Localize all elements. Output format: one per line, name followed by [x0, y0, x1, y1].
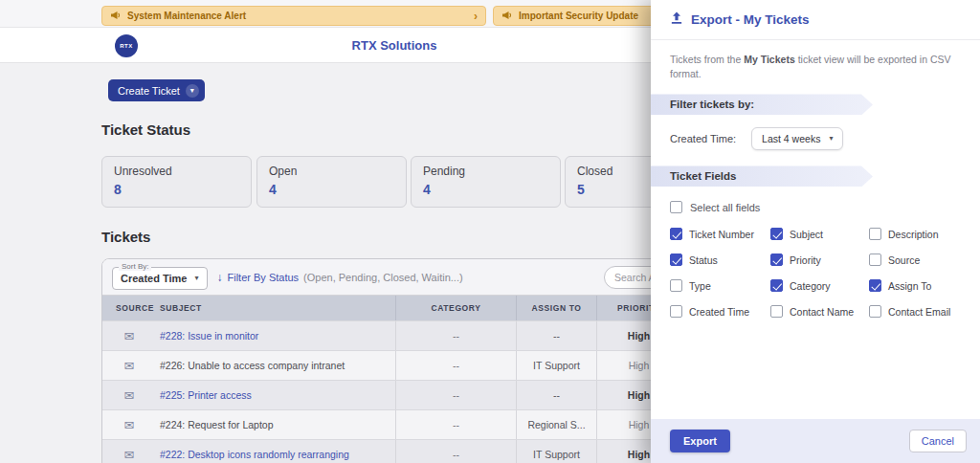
mail-icon: ✉: [102, 388, 156, 403]
field-created-time[interactable]: Created Time: [670, 305, 770, 318]
field-assign-to[interactable]: Assign To: [869, 279, 961, 292]
field-label: Status: [689, 254, 718, 266]
ticket-fields-grid: Ticket Number Subject Description Status…: [670, 228, 961, 318]
ticket-fields-banner: Ticket Fields: [651, 165, 873, 187]
column-header-category[interactable]: CATEGORY: [395, 296, 516, 320]
chevron-down-icon: ▾: [186, 84, 199, 98]
checkbox[interactable]: [869, 305, 881, 318]
ticket-subject-link[interactable]: #222: Desktop icons randomly rearranging: [156, 449, 395, 460]
mail-icon: ✉: [102, 359, 156, 373]
ticket-assign-to: IT Support: [516, 351, 596, 380]
card-label: Pending: [423, 165, 548, 178]
field-category[interactable]: Category: [770, 279, 869, 292]
field-label: Type: [689, 280, 711, 292]
sort-by-dropdown[interactable]: Sort By: Created Time ▾: [112, 267, 208, 290]
field-label: Ticket Number: [689, 229, 754, 240]
checkbox[interactable]: [869, 279, 881, 292]
created-time-value: Last 4 weeks: [762, 133, 820, 144]
field-label: Source: [888, 254, 920, 266]
checkbox[interactable]: [770, 279, 783, 292]
export-button[interactable]: Export: [670, 430, 730, 452]
field-label: Contact Email: [888, 306, 950, 318]
ticket-category: --: [395, 321, 516, 350]
caret-down-icon: ▾: [829, 135, 833, 143]
ticket-category: --: [395, 351, 516, 380]
ticket-subject-link[interactable]: #224: Request for Laptop: [156, 419, 395, 430]
ticket-subject-link[interactable]: #225: Printer access: [156, 389, 395, 401]
checkbox[interactable]: [770, 228, 783, 240]
checkbox[interactable]: [670, 305, 682, 318]
filter-by-status[interactable]: ↓ Filter By Status (Open, Pending, Close…: [217, 271, 463, 284]
checkbox[interactable]: [869, 228, 881, 240]
created-time-row: Created Time: Last 4 weeks ▾: [670, 127, 980, 150]
field-status[interactable]: Status: [670, 254, 770, 266]
checkbox[interactable]: [869, 254, 881, 266]
field-type[interactable]: Type: [670, 279, 770, 292]
checkbox[interactable]: [770, 305, 783, 318]
cancel-button[interactable]: Cancel: [909, 430, 967, 452]
ticket-category: --: [395, 381, 516, 409]
ticket-category: --: [395, 410, 516, 439]
description-view-name: My Tickets: [744, 54, 795, 65]
field-description[interactable]: Description: [869, 228, 961, 240]
megaphone-icon: [501, 8, 513, 25]
select-all-label: Select all fields: [690, 202, 760, 213]
created-time-label: Created Time:: [670, 133, 736, 144]
column-header-assign-to[interactable]: ASSIGN TO: [516, 296, 596, 320]
filter-link: Filter By Status: [228, 272, 300, 283]
checkbox[interactable]: [670, 279, 682, 292]
card-label: Open: [269, 165, 394, 178]
mail-icon: ✉: [102, 448, 156, 462]
field-source[interactable]: Source: [869, 254, 961, 266]
field-contact-email[interactable]: Contact Email: [869, 305, 961, 318]
field-label: Description: [888, 229, 939, 240]
export-description: Tickets from the My Tickets ticket view …: [670, 53, 961, 81]
chevron-right-icon[interactable]: ›: [474, 11, 478, 22]
page-title: RTX Solutions: [337, 38, 452, 53]
arrow-down-icon: ↓: [217, 271, 223, 284]
export-panel-title: Export - My Tickets: [691, 12, 810, 27]
status-card-open[interactable]: Open 4: [256, 156, 407, 208]
field-subject[interactable]: Subject: [770, 228, 869, 240]
checkbox[interactable]: [770, 254, 783, 266]
select-all-checkbox[interactable]: [670, 201, 682, 213]
field-contact-name[interactable]: Contact Name: [770, 305, 869, 318]
sort-value: Created Time: [121, 273, 188, 284]
field-label: Priority: [790, 254, 821, 266]
card-count: 8: [114, 182, 239, 197]
export-panel-header: Export - My Tickets: [651, 0, 980, 40]
caret-down-icon: ▾: [195, 275, 199, 282]
select-all-fields[interactable]: Select all fields: [670, 201, 961, 213]
card-label: Unresolved: [114, 165, 239, 178]
brand-logo[interactable]: RTX: [115, 34, 138, 57]
checkbox[interactable]: [670, 254, 682, 266]
ticket-subject-link[interactable]: #228: Issue in monitor: [156, 330, 395, 342]
alert-label: System Maintenance Alert: [127, 11, 468, 21]
ticket-assign-to: --: [516, 321, 596, 350]
checkbox[interactable]: [670, 228, 682, 240]
status-card-pending[interactable]: Pending 4: [411, 156, 561, 208]
field-label: Subject: [790, 229, 823, 240]
tickets-heading: Tickets: [101, 229, 150, 245]
status-card-unresolved[interactable]: Unresolved 8: [101, 156, 252, 208]
ticket-assign-to: IT Support: [516, 440, 596, 463]
mail-icon: ✉: [102, 329, 156, 343]
created-time-dropdown[interactable]: Last 4 weeks ▾: [751, 127, 843, 150]
card-count: 4: [269, 182, 394, 197]
alert-banner-maintenance[interactable]: System Maintenance Alert ›: [101, 6, 486, 26]
field-priority[interactable]: Priority: [770, 254, 869, 266]
description-prefix: Tickets from the: [670, 54, 744, 65]
column-header-source[interactable]: SOURCE: [102, 303, 156, 313]
ticket-subject-link[interactable]: #226: Unable to access company intranet: [156, 360, 395, 371]
filter-hint: (Open, Pending, Closed, Waitin...): [303, 272, 463, 283]
field-label: Assign To: [888, 280, 931, 292]
field-label: Category: [790, 280, 831, 292]
field-label: Contact Name: [790, 306, 854, 318]
card-count: 4: [423, 182, 548, 197]
export-panel-footer: Export Cancel: [651, 419, 980, 463]
column-header-subject[interactable]: SUBJECT: [156, 303, 395, 313]
ticket-category: --: [395, 440, 516, 463]
field-ticket-number[interactable]: Ticket Number: [670, 228, 770, 240]
create-ticket-button[interactable]: Create Ticket ▾: [108, 79, 205, 101]
ticket-status-heading: Ticket Status: [101, 121, 190, 138]
